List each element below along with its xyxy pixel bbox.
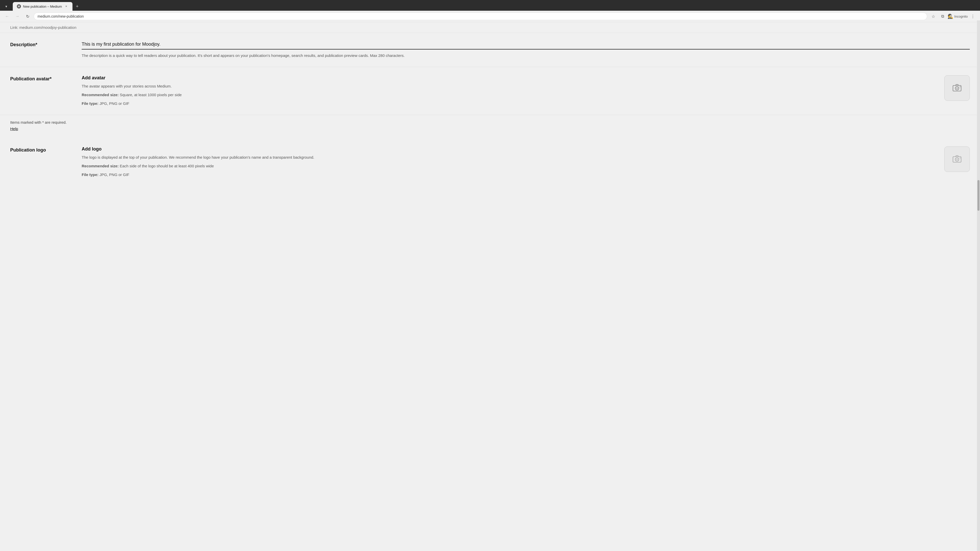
- address-bar-actions: ☆ ⧉ 🕵 Incognito ⋮: [929, 12, 977, 21]
- scrollbar[interactable]: [977, 21, 980, 551]
- top-link-row: Link: medium.com/moodjoy-publication: [0, 22, 980, 33]
- svg-point-7: [960, 158, 961, 159]
- logo-recommended-size-value: Each side of the logo should be at least…: [120, 164, 214, 168]
- forward-button[interactable]: →: [13, 12, 21, 21]
- avatar-hint: The avatar appears with your stories acr…: [82, 83, 934, 89]
- tab-favicon: M: [17, 4, 21, 8]
- active-tab[interactable]: M New publication – Medium ×: [13, 2, 73, 11]
- logo-file-type: File type: JPG, PNG or GIF: [82, 171, 934, 178]
- star-button[interactable]: ☆: [929, 12, 937, 21]
- description-section: Description* This is my first publicatio…: [0, 33, 980, 67]
- avatar-info: Add avatar The avatar appears with your …: [82, 75, 934, 106]
- logo-section: Publication logo Add logo The logo is di…: [0, 138, 980, 186]
- logo-upload-button[interactable]: [944, 146, 970, 172]
- top-link-text: Link: medium.com/moodjoy-publication: [10, 25, 76, 30]
- avatar-upload-button[interactable]: [944, 75, 970, 101]
- svg-point-3: [960, 86, 961, 87]
- logo-camera-icon: [952, 154, 962, 165]
- description-label: Description*: [10, 41, 82, 59]
- scrollbar-thumb[interactable]: [977, 180, 980, 211]
- logo-info: Add logo The logo is displayed at the to…: [82, 146, 934, 178]
- description-hint: The description is a quick way to tell r…: [82, 52, 970, 59]
- logo-label: Publication logo: [10, 146, 82, 153]
- svg-point-2: [956, 87, 958, 89]
- incognito-badge: 🕵 Incognito: [948, 14, 968, 19]
- logo-file-type-label: File type:: [82, 172, 99, 177]
- avatar-section: Publication avatar* Add avatar The avata…: [0, 67, 980, 115]
- tab-close-button[interactable]: ×: [64, 4, 68, 9]
- avatar-recommended-size-value: Square, at least 1000 pixels per side: [120, 93, 182, 97]
- logo-hint: The logo is displayed at the top of your…: [82, 154, 934, 160]
- tab-controls-left: ▾: [3, 3, 10, 10]
- tab-title: New publication – Medium: [23, 5, 62, 8]
- description-content: This is my first publication for Moodjoy…: [82, 41, 970, 59]
- logo-recommended-size: Recommended size: Each side of the logo …: [82, 163, 934, 169]
- split-button[interactable]: ⧉: [939, 12, 947, 21]
- tab-bar: ▾ M New publication – Medium × +: [0, 0, 980, 11]
- favicon-letter: M: [18, 5, 20, 8]
- avatar-file-type-value: JPG, PNG or GIF: [100, 101, 129, 106]
- browser-chrome: ▾ M New publication – Medium × + ← → ↻ m…: [0, 0, 980, 22]
- avatar-recommended-size: Recommended size: Square, at least 1000 …: [82, 92, 934, 98]
- logo-recommended-size-label: Recommended size:: [82, 164, 119, 168]
- refresh-button[interactable]: ↻: [24, 12, 32, 21]
- required-note-text: Items marked with * are required.: [10, 120, 970, 124]
- logo-file-type-value: JPG, PNG or GIF: [100, 172, 129, 177]
- incognito-label: Incognito: [954, 14, 968, 18]
- avatar-file-type-label: File type:: [82, 101, 99, 106]
- description-value[interactable]: This is my first publication for Moodjoy…: [82, 41, 970, 49]
- avatar-add-title: Add avatar: [82, 75, 934, 81]
- avatar-recommended-size-label: Recommended size:: [82, 93, 119, 97]
- address-bar[interactable]: medium.com/new-publication: [34, 13, 927, 20]
- tab-dropdown-btn[interactable]: ▾: [3, 3, 10, 10]
- camera-icon: [952, 83, 962, 94]
- avatar-file-type: File type: JPG, PNG or GIF: [82, 100, 934, 106]
- help-link[interactable]: Help: [10, 127, 18, 131]
- svg-point-6: [956, 159, 958, 160]
- back-button[interactable]: ←: [3, 12, 11, 21]
- page-content: Link: medium.com/moodjoy-publication Des…: [0, 22, 980, 551]
- logo-add-title: Add logo: [82, 146, 934, 152]
- address-bar-row: ← → ↻ medium.com/new-publication ☆ ⧉ 🕵 I…: [0, 11, 980, 22]
- menu-button[interactable]: ⋮: [969, 12, 977, 21]
- avatar-label: Publication avatar*: [10, 75, 82, 82]
- required-note-section: Items marked with * are required. Help: [0, 115, 980, 138]
- new-tab-button[interactable]: +: [73, 3, 81, 10]
- address-text: medium.com/new-publication: [38, 14, 84, 18]
